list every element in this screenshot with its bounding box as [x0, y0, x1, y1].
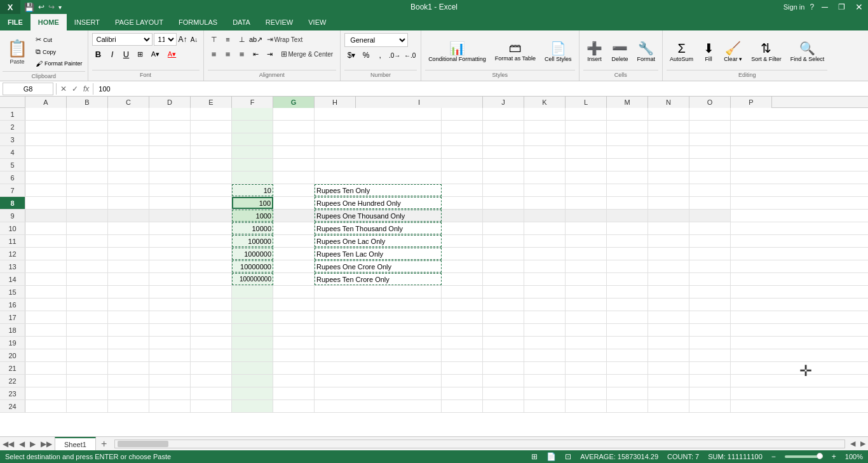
- insert-cells-btn[interactable]: ➕ Insert: [583, 37, 606, 65]
- cell[interactable]: [483, 375, 524, 387]
- align-top-btn[interactable]: ⊤: [208, 33, 220, 46]
- cell[interactable]: [607, 210, 648, 222]
- cell[interactable]: [648, 311, 689, 323]
- find-select-btn[interactable]: 🔍 Find & Select: [787, 37, 828, 66]
- close-btn[interactable]: ✕: [853, 2, 865, 12]
- cell[interactable]: [689, 400, 731, 412]
- font-name-select[interactable]: Calibri: [92, 33, 153, 46]
- cell[interactable]: [273, 248, 315, 260]
- cell[interactable]: [25, 286, 67, 298]
- cell[interactable]: [232, 121, 273, 133]
- cell[interactable]: [689, 146, 731, 158]
- cell[interactable]: [607, 121, 648, 133]
- autosum-btn[interactable]: Σ AutoSum: [667, 38, 696, 65]
- cell[interactable]: [566, 159, 607, 171]
- cell[interactable]: [67, 375, 108, 387]
- review-tab[interactable]: REVIEW: [258, 14, 301, 30]
- grid-view-btn[interactable]: ⊞: [531, 452, 538, 461]
- cell[interactable]: [566, 121, 607, 133]
- cell[interactable]: [648, 337, 689, 349]
- format-cells-btn[interactable]: 🔧 Format: [634, 37, 659, 65]
- cell[interactable]: [149, 400, 191, 412]
- cell[interactable]: [25, 324, 67, 336]
- align-bottom-btn[interactable]: ⊥: [236, 33, 248, 46]
- cell[interactable]: [648, 273, 689, 285]
- cell[interactable]: [273, 197, 315, 209]
- cell[interactable]: [25, 273, 67, 285]
- help-btn[interactable]: ?: [810, 3, 814, 11]
- cell[interactable]: [566, 133, 607, 145]
- cell[interactable]: [25, 375, 67, 387]
- cell[interactable]: [566, 299, 607, 311]
- cell[interactable]: [483, 273, 524, 285]
- cell[interactable]: [483, 248, 524, 260]
- cell[interactable]: [149, 286, 191, 298]
- cell[interactable]: [607, 273, 648, 285]
- row-num[interactable]: 15: [0, 286, 25, 298]
- cell-g12[interactable]: 1000000: [232, 248, 273, 260]
- cell[interactable]: [108, 197, 149, 209]
- cell[interactable]: [524, 375, 566, 387]
- cell[interactable]: [566, 400, 607, 412]
- cell[interactable]: [273, 222, 315, 234]
- font-decrease-btn[interactable]: A↓: [189, 33, 200, 46]
- cell[interactable]: [524, 121, 566, 133]
- cell[interactable]: [483, 121, 524, 133]
- cell[interactable]: [648, 222, 689, 234]
- row-num-8[interactable]: 8: [0, 197, 25, 209]
- cell[interactable]: [191, 171, 232, 184]
- cell[interactable]: [648, 362, 689, 374]
- cell[interactable]: [566, 337, 607, 349]
- cell[interactable]: [191, 286, 232, 298]
- cell[interactable]: [648, 375, 689, 387]
- restore-btn[interactable]: ❐: [836, 3, 848, 11]
- cell[interactable]: [648, 324, 689, 336]
- cell[interactable]: [273, 171, 315, 184]
- cell[interactable]: [273, 184, 315, 196]
- comma-btn[interactable]: ,: [374, 49, 386, 62]
- wrap-text-btn[interactable]: ⇥ Wrap Text: [264, 33, 306, 46]
- cell[interactable]: [108, 337, 149, 349]
- cell[interactable]: [648, 133, 689, 145]
- row-num[interactable]: 17: [0, 311, 25, 323]
- row-num[interactable]: 18: [0, 324, 25, 336]
- cell-g9[interactable]: 1000: [232, 210, 273, 222]
- cell[interactable]: [67, 273, 108, 285]
- cell[interactable]: [191, 121, 232, 133]
- increase-indent-btn[interactable]: ⇥: [264, 48, 276, 60]
- cell[interactable]: [648, 387, 689, 399]
- cell[interactable]: [607, 108, 648, 120]
- format-as-table-btn[interactable]: 🗃 Format as Table: [492, 37, 539, 65]
- cell[interactable]: [442, 260, 483, 272]
- cell[interactable]: [607, 133, 648, 145]
- cell[interactable]: [566, 362, 607, 374]
- cell-g8-active[interactable]: 100: [232, 197, 273, 209]
- cell[interactable]: [689, 349, 731, 361]
- cell[interactable]: [483, 210, 524, 222]
- decrease-indent-btn[interactable]: ⇤: [250, 48, 262, 60]
- cell[interactable]: [442, 222, 483, 234]
- cell[interactable]: [315, 311, 442, 323]
- cell[interactable]: [689, 121, 731, 133]
- cell[interactable]: [273, 146, 315, 158]
- cell[interactable]: [273, 108, 315, 120]
- cell[interactable]: [315, 375, 442, 387]
- row-num[interactable]: 22: [0, 375, 25, 387]
- cell[interactable]: [607, 171, 648, 184]
- cell[interactable]: [524, 349, 566, 361]
- cell[interactable]: [524, 311, 566, 323]
- insert-function-btn[interactable]: fx: [82, 83, 90, 95]
- cell[interactable]: [232, 337, 273, 349]
- cell[interactable]: [25, 235, 67, 247]
- cell[interactable]: [648, 260, 689, 272]
- cell[interactable]: [442, 286, 483, 298]
- cell[interactable]: [524, 133, 566, 145]
- cell[interactable]: [607, 235, 648, 247]
- cell[interactable]: [566, 273, 607, 285]
- cell[interactable]: [483, 349, 524, 361]
- sheet-nav-left[interactable]: ◀◀: [0, 440, 17, 448]
- cell[interactable]: [273, 286, 315, 298]
- cell[interactable]: [442, 311, 483, 323]
- row-num[interactable]: 5: [0, 159, 25, 171]
- cell[interactable]: [191, 222, 232, 234]
